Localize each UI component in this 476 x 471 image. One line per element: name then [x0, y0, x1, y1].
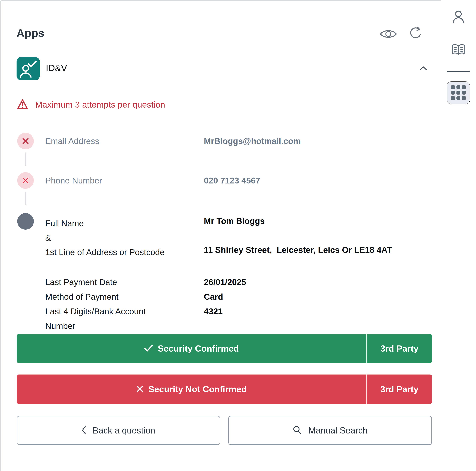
email-label: Email Address [45, 136, 99, 146]
phone-label: Phone Number [45, 176, 102, 185]
chevron-left-icon [82, 426, 86, 435]
last-payment-date-value: 26/01/2025 [204, 275, 415, 289]
confirmed-3rd-party-button[interactable]: 3rd Party [366, 334, 432, 363]
page-title: Apps [17, 27, 45, 39]
security-not-confirmed-label: Security Not Confirmed [148, 384, 247, 394]
person-check-icon [17, 78, 40, 81]
sidebar-apps-grid-tab[interactable] [447, 81, 470, 105]
manual-search-button[interactable]: Manual Search [228, 416, 432, 445]
last4-digits-value: 4321 [204, 304, 415, 333]
sidebar-active-indicator [447, 71, 470, 72]
step-connector [25, 192, 26, 205]
back-a-question-label: Back a question [93, 425, 155, 436]
search-icon [292, 425, 302, 436]
phone-value: 020 7123 4567 [204, 176, 260, 185]
payment-details: Last Payment Date 26/01/2025 Method of P… [45, 275, 415, 333]
last4-digits-label: Last 4 Digits/Bank Account Number [45, 304, 169, 333]
right-sidebar [441, 0, 476, 471]
eye-icon [379, 37, 397, 40]
check-icon [144, 345, 153, 352]
warning-message: Maximum 3 attempts per question [35, 100, 165, 109]
step-connector [25, 153, 26, 166]
phone-status-failed-icon [17, 172, 34, 189]
collapse-section-button[interactable] [420, 66, 427, 71]
fullname-label: Full Name [45, 216, 165, 231]
address-value: 11 Shirley Street, Leicester, Leics Or L… [204, 245, 392, 255]
confirmed-3rd-party-label: 3rd Party [380, 344, 419, 354]
manual-search-label: Manual Search [308, 425, 368, 436]
email-value: MrBloggs@hotmail.com [204, 136, 301, 146]
ampersand-label: & [45, 231, 165, 245]
back-a-question-button[interactable]: Back a question [17, 416, 220, 445]
sidebar-profile-tab[interactable] [452, 10, 465, 24]
person-icon [452, 22, 465, 24]
apps-panel: Apps ID&V [0, 0, 476, 471]
address-label: 1st Line of Address or Postcode [45, 245, 165, 260]
grid-icon [451, 85, 466, 101]
identity-labels: Full Name & 1st Line of Address or Postc… [45, 216, 165, 260]
preview-eye-button[interactable] [379, 29, 397, 40]
payment-method-label: Method of Payment [45, 289, 169, 304]
email-status-failed-icon [17, 133, 34, 149]
refresh-icon [409, 38, 423, 41]
security-not-confirmed-button[interactable]: Security Not Confirmed 3rd Party [17, 375, 432, 404]
fullname-value: Mr Tom Bloggs [204, 216, 265, 226]
idv-app-icon [17, 57, 40, 80]
x-icon [136, 385, 143, 393]
refresh-button[interactable] [409, 26, 423, 41]
open-book-icon [452, 54, 465, 56]
security-confirmed-label: Security Confirmed [158, 344, 239, 354]
not-confirmed-3rd-party-button[interactable]: 3rd Party [366, 375, 432, 404]
identity-status-current-icon [17, 213, 34, 230]
chevron-up-icon [420, 68, 427, 71]
payment-method-value: Card [204, 289, 415, 304]
app-name: ID&V [46, 63, 67, 73]
warning-triangle-icon [17, 99, 28, 111]
not-confirmed-3rd-party-label: 3rd Party [380, 384, 419, 394]
sidebar-reference-tab[interactable] [452, 44, 465, 56]
last-payment-date-label: Last Payment Date [45, 275, 169, 289]
security-confirmed-button[interactable]: Security Confirmed 3rd Party [17, 334, 432, 363]
